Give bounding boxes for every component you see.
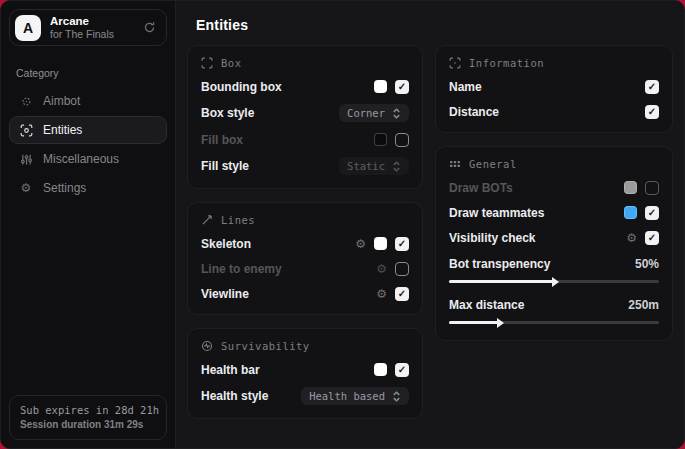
checkbox[interactable]: ✓ [395,237,409,251]
check-icon: ✓ [648,208,656,218]
sidebar-item-label: Miscellaneous [43,152,119,166]
row-name: Name ✓ [449,79,659,94]
unfold-icon [392,161,401,172]
sub-expires-text: Sub expires in 28d 21h [20,404,156,416]
section-lines: Lines Skeleton ⚙ ✓ Line to enemy ⚙ [187,202,423,315]
checkbox[interactable]: ✓ [395,363,409,377]
gear-icon[interactable]: ⚙ [355,238,366,250]
row-line-to-enemy: Line to enemy ⚙ [201,261,409,276]
row-skeleton: Skeleton ⚙ ✓ [201,236,409,251]
row-draw-bots: Draw BOTs [449,180,659,195]
crosshair-icon [19,95,33,108]
checkbox[interactable]: ✓ [395,80,409,94]
bot-transparency-group: Bot transpenency 50% [449,257,659,286]
row-bounding-box: Bounding box ✓ [201,79,409,94]
health-style-dropdown[interactable]: Health based [301,387,409,405]
sidebar: A Arcane for The Finals Category Aimbot [1,1,176,448]
content: Box Bounding box ✓ Box style Corner [176,45,685,433]
main-panel: Entities Box Bounding box [176,1,685,448]
category-label: Category [16,67,175,79]
row-distance: Distance ✓ [449,104,659,119]
section-survivability: Survivability Health bar ✓ Health style … [187,328,423,419]
row-fill-style: Fill style Static [201,157,409,175]
check-icon: ✓ [648,82,656,92]
left-column: Box Bounding box ✓ Box style Corner [187,45,423,419]
check-icon: ✓ [398,239,406,249]
section-general-header: General [449,158,659,170]
row-draw-teammates: Draw teammates ✓ [449,205,659,220]
checkbox[interactable] [645,181,659,195]
unfold-icon [392,108,401,119]
color-swatch[interactable] [624,206,637,219]
bot-transparency-value: 50% [635,257,659,271]
line-icon [201,214,213,226]
check-icon: ✓ [648,107,656,117]
check-icon: ✓ [398,289,406,299]
brand-subtitle: for The Finals [50,28,134,40]
sliders-icon [19,153,33,166]
brand-card: A Arcane for The Finals [9,9,167,46]
gear-icon[interactable]: ⚙ [376,288,387,300]
heart-pulse-icon [201,340,213,352]
slider-thumb[interactable] [497,318,504,328]
checkbox[interactable]: ✓ [645,206,659,220]
max-distance-slider[interactable] [449,318,659,327]
check-icon: ✓ [398,365,406,375]
sidebar-item-miscellaneous[interactable]: Miscellaneous [9,145,167,173]
refresh-icon[interactable] [143,21,156,34]
row-fill-box: Fill box [201,132,409,147]
subscription-info: Sub expires in 28d 21h Session duration … [9,395,167,440]
sidebar-item-entities[interactable]: Entities [9,116,167,144]
scan-eye-icon [19,124,33,137]
checkbox[interactable] [395,262,409,276]
brand-title: Arcane [50,15,134,28]
section-survivability-header: Survivability [201,340,409,352]
sidebar-item-settings[interactable]: ⚙ Settings [9,174,167,202]
section-information: Information Name ✓ Distance ✓ [435,45,673,133]
grid-icon [449,158,461,170]
gear-icon: ⚙ [19,181,33,195]
session-duration-text: Session duration 31m 29s [20,419,156,430]
right-column: Information Name ✓ Distance ✓ [435,45,673,341]
check-icon: ✓ [648,233,656,243]
fill-style-dropdown[interactable]: Static [339,157,409,175]
sidebar-item-aimbot[interactable]: Aimbot [9,87,167,115]
color-swatch[interactable] [374,80,387,93]
info-scan-icon [449,57,461,69]
color-swatch[interactable] [374,133,387,146]
unfold-icon [392,391,401,402]
color-swatch[interactable] [374,363,387,376]
bot-transparency-slider[interactable] [449,277,659,286]
color-swatch[interactable] [624,181,637,194]
max-distance-value: 250m [628,298,659,312]
gear-icon[interactable]: ⚙ [626,232,637,244]
section-box: Box Bounding box ✓ Box style Corner [187,45,423,189]
checkbox[interactable] [395,133,409,147]
color-swatch[interactable] [374,237,387,250]
section-box-header: Box [201,57,409,69]
sidebar-item-label: Aimbot [43,94,80,108]
box-corners-icon [201,57,213,69]
row-box-style: Box style Corner [201,104,409,122]
main-header: Entities [176,1,685,45]
row-health-bar: Health bar ✓ [201,362,409,377]
check-icon: ✓ [398,82,406,92]
checkbox[interactable]: ✓ [395,287,409,301]
section-information-header: Information [449,57,659,69]
gear-icon[interactable]: ⚙ [376,263,387,275]
row-health-style: Health style Health based [201,387,409,405]
app-window: A Arcane for The Finals Category Aimbot [0,0,685,449]
slider-thumb[interactable] [552,277,559,287]
checkbox[interactable]: ✓ [645,231,659,245]
box-style-dropdown[interactable]: Corner [339,104,409,122]
sidebar-item-label: Entities [43,123,82,137]
section-lines-header: Lines [201,214,409,226]
sidebar-item-label: Settings [43,181,86,195]
max-distance-group: Max distance 250m [449,298,659,327]
checkbox[interactable]: ✓ [645,105,659,119]
sidebar-nav: Aimbot Entities Miscella [1,87,175,202]
page-title: Entities [196,17,248,33]
checkbox[interactable]: ✓ [645,80,659,94]
row-visibility-check: Visibility check ⚙ ✓ [449,230,659,245]
row-viewline: Viewline ⚙ ✓ [201,286,409,301]
